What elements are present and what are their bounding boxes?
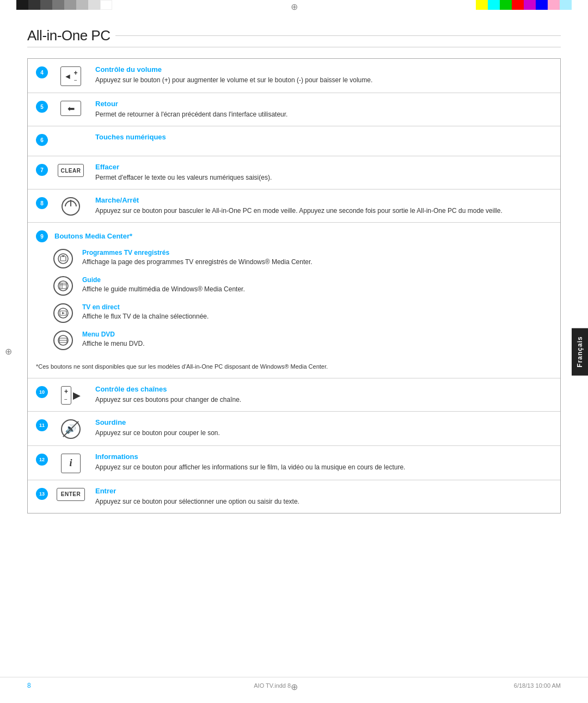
icon-area-info: i [54, 454, 87, 473]
desc-dvd: Affiche le menu DVD. [82, 339, 145, 349]
icon-area-back: ⬅ [54, 101, 87, 116]
desc-back: Permet de retourner à l'écran précédent … [95, 109, 552, 119]
power-icon [62, 197, 80, 216]
page-wrapper: All-in-One PC 4 ◄ + − Contrôle du [0, 11, 588, 557]
media-center-header: 9 Boutons Media Center* [36, 229, 132, 242]
page-header: All-in-One PC [27, 27, 561, 47]
sub-row-tv-live: TV en direct Affiche le flux TV de la ch… [52, 303, 313, 323]
clear-icon: CLEAR [58, 164, 84, 177]
badge-8: 8 [36, 197, 48, 209]
title-power: Marche/Arrêt [95, 196, 552, 204]
badge-7: 7 [36, 164, 48, 176]
svg-rect-6 [60, 283, 66, 289]
header-line [115, 35, 561, 36]
icon-area-volume: ◄ + − [54, 66, 87, 86]
row-volume: 4 ◄ + − Contrôle du volume Appuyez sur l… [28, 59, 560, 93]
title-mute: Sourdine [95, 418, 552, 426]
media-center-footnote: *Ces boutons ne sont disponibles que sur… [36, 362, 328, 371]
reg-mark-top: ⊕ [289, 1, 299, 12]
svg-marker-11 [62, 312, 65, 314]
footer-page-number: 8 [27, 682, 31, 689]
tv-live-icon [53, 303, 73, 323]
text-channel: Contrôle des chaînes Appuyez sur ces bou… [95, 385, 552, 405]
badge-9: 9 [36, 230, 48, 242]
title-back: Retour [95, 100, 552, 108]
title-info: Informations [95, 453, 552, 461]
mute-icon: 🔊 [61, 419, 81, 439]
icon-tv-recorded [52, 249, 74, 268]
channel-icon: + − ▶ [61, 386, 81, 405]
media-sub-items: Programmes TV enregistrés Affichage la p… [52, 249, 313, 358]
sub-row-guide: Guide Affiche le guide multimédia de Win… [52, 276, 313, 296]
desc-tv-recorded: Affichage la page des programmes TV enre… [82, 258, 313, 267]
text-volume: Contrôle du volume Appuyez sur le bouton… [95, 65, 552, 85]
sub-row-dvd: Menu DVD Affiche le menu DVD. [52, 331, 313, 350]
text-dvd: Menu DVD Affiche le menu DVD. [82, 331, 145, 349]
page-title: All-in-One PC [27, 27, 110, 44]
title-tv-recorded: Programmes TV enregistrés [82, 249, 313, 256]
desc-mute: Appuyez sur ce bouton pour couper le son… [95, 428, 552, 438]
text-tv-live: TV en direct Affiche le flux TV de la ch… [82, 303, 209, 321]
title-numeric: Touches numériques [95, 133, 552, 141]
row-back: 5 ⬅ Retour Permet de retourner à l'écran… [28, 93, 560, 126]
title-guide: Guide [82, 276, 245, 284]
icon-guide [52, 276, 74, 296]
title-volume: Contrôle du volume [95, 65, 552, 74]
guide-icon [53, 276, 73, 296]
text-info: Informations Appuyez sur ce bouton pour … [95, 453, 552, 472]
text-enter: Entrer Appuyez sur ce bouton pour sélect… [95, 487, 552, 506]
title-tv-live: TV en direct [82, 303, 209, 311]
footer-filename: AIO TV.indd 8 [254, 682, 291, 689]
desc-clear: Permet d'effacer le texte ou les valeurs… [95, 173, 552, 182]
icon-area-power [54, 197, 87, 216]
row-mute: 11 🔊 Sourdine Appuyez sur ce bouton pour… [28, 412, 560, 446]
row-numeric: 6 Touches numériques [28, 126, 560, 156]
content-area: 4 ◄ + − Contrôle du volume Appuyez sur l… [27, 58, 561, 514]
text-guide: Guide Affiche le guide multimédia de Win… [82, 276, 245, 294]
info-icon: i [61, 454, 81, 473]
row-clear: 7 CLEAR Effacer Permet d'effacer le text… [28, 156, 560, 189]
badge-6: 6 [36, 134, 48, 146]
volume-icon: ◄ + − [60, 66, 82, 86]
title-dvd: Menu DVD [82, 331, 145, 338]
title-clear: Effacer [95, 163, 552, 171]
enter-icon: ENTER [57, 488, 85, 501]
badge-5: 5 [36, 101, 48, 113]
desc-info: Appuyez sur ce bouton pour afficher les … [95, 462, 552, 472]
desc-channel: Appuyez sur ces boutons pour changer de … [95, 395, 552, 405]
sub-row-tv-recorded: Programmes TV enregistrés Affichage la p… [52, 249, 313, 268]
title-channel: Contrôle des chaînes [95, 385, 552, 393]
left-color-blocks [16, 0, 112, 10]
icon-area-mute: 🔊 [54, 419, 87, 439]
desc-power: Appuyez sur ce bouton pour basculer le A… [95, 206, 552, 216]
row-power: 8 Marche/Arrêt Appuyez sur ce bouton pou… [28, 189, 560, 223]
page-footer: 8 AIO TV.indd 8 6/18/13 10:00 AM [0, 677, 588, 689]
svg-rect-1 [60, 256, 66, 261]
text-clear: Effacer Permet d'effacer le texte ou les… [95, 163, 552, 182]
text-back: Retour Permet de retourner à l'écran pré… [95, 100, 552, 119]
row-info: 12 i Informations Appuyez sur ce bouton … [28, 446, 560, 480]
footer-date: 6/18/13 10:00 AM [514, 682, 561, 689]
icon-area-channel: + − ▶ [54, 386, 87, 405]
tv-recorded-icon [53, 249, 73, 268]
text-numeric: Touches numériques [95, 133, 552, 143]
icon-area-clear: CLEAR [54, 164, 87, 177]
badge-12: 12 [36, 454, 48, 466]
icon-dvd [52, 331, 74, 350]
desc-guide: Affiche le guide multimédia de Windows® … [82, 285, 245, 294]
badge-13: 13 [36, 488, 48, 500]
row-media-center: 9 Boutons Media Center* [28, 223, 560, 378]
right-color-blocks [476, 0, 572, 10]
icon-tv-live [52, 303, 74, 323]
title-media-center: Boutons Media Center* [54, 232, 132, 240]
text-power: Marche/Arrêt Appuyez sur ce bouton pour … [95, 196, 552, 216]
desc-volume: Appuyez sur le bouton (+) pour augmenter… [95, 75, 552, 85]
desc-enter: Appuyez sur ce bouton pour sélectionner … [95, 497, 552, 506]
icon-area-enter: ENTER [54, 488, 87, 501]
badge-11: 11 [36, 419, 48, 431]
text-tv-recorded: Programmes TV enregistrés Affichage la p… [82, 249, 313, 267]
title-enter: Entrer [95, 487, 552, 495]
badge-4: 4 [36, 66, 48, 78]
desc-tv-live: Affiche le flux TV de la chaîne sélectio… [82, 312, 209, 321]
dvd-icon [53, 331, 73, 350]
